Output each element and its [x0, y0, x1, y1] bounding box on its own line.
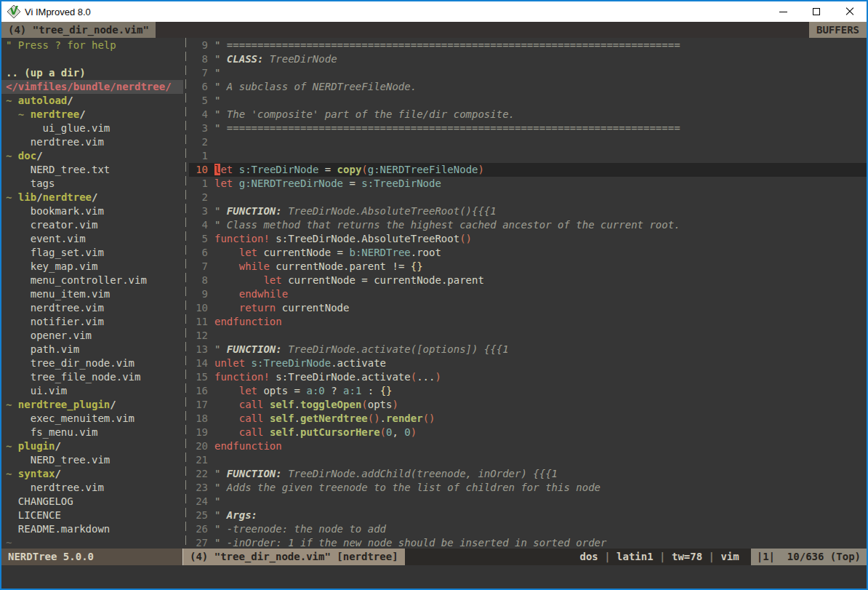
code-line[interactable]: 2: [189, 191, 867, 204]
tree-item[interactable]: event.vim: [1, 232, 183, 246]
code-line[interactable]: 4" The 'composite' part of the file/dir …: [189, 108, 867, 121]
code-line[interactable]: 9" =====================================…: [189, 39, 867, 52]
code-line[interactable]: 1: [189, 149, 867, 163]
tree-item[interactable]: ui.vim: [1, 384, 183, 398]
line-number: 8: [189, 274, 208, 287]
tree-item[interactable]: flag_set.vim: [1, 246, 183, 260]
tree-item[interactable]: [1, 52, 183, 66]
code-line[interactable]: 9 endwhile: [189, 287, 867, 301]
code-line[interactable]: 10 return currentNode: [189, 301, 867, 315]
tree-item[interactable]: fs_menu.vim: [1, 426, 183, 439]
maximize-button[interactable]: [800, 1, 833, 22]
code-line[interactable]: 7": [189, 66, 867, 80]
tree-item[interactable]: ui_glue.vim: [1, 121, 183, 135]
code-line[interactable]: 6" A subclass of NERDTreeFileNode.: [189, 80, 867, 94]
line-number: 16: [189, 384, 208, 398]
code-line[interactable]: 25" Args:: [189, 509, 867, 522]
code-line[interactable]: 8" CLASS: TreeDirNode: [189, 52, 867, 66]
tree-item[interactable]: nerdtree.vim: [1, 301, 183, 315]
main-area: " Press ? for help.. (up a dir)</vimfile…: [1, 38, 867, 549]
tree-item[interactable]: ~: [1, 536, 183, 549]
code-line[interactable]: 13" FUNCTION: TreeDirNode.activate([opti…: [189, 343, 867, 356]
code-line[interactable]: 5function! s:TreeDirNode.AbsoluteTreeRoo…: [189, 232, 867, 246]
tree-item[interactable]: NERD_tree.txt: [1, 163, 183, 177]
tree-item[interactable]: " Press ? for help: [1, 39, 183, 52]
tree-item[interactable]: menu_controller.vim: [1, 274, 183, 287]
code-line[interactable]: 8 let currentNode = currentNode.parent: [189, 274, 867, 287]
tree-item[interactable]: opener.vim: [1, 329, 183, 343]
code-line[interactable]: 26" -treenode: the node to add: [189, 522, 867, 536]
code-line[interactable]: 21: [189, 453, 867, 467]
tree-item[interactable]: .. (up a dir): [1, 66, 183, 80]
line-number: 15: [189, 370, 208, 384]
code-line[interactable]: 23" Adds the given treenode to the list …: [189, 481, 867, 495]
tree-root-item[interactable]: </vimfiles/bundle/nerdtree/: [1, 80, 183, 94]
code-line[interactable]: 5": [189, 94, 867, 108]
line-number: 1: [189, 177, 208, 191]
tree-item[interactable]: ~ plugin/: [1, 439, 183, 453]
code-text: " FUNCTION: TreeDirNode.addChild(treenod…: [214, 467, 558, 481]
code-line[interactable]: 11endfunction: [189, 315, 867, 329]
tree-item[interactable]: ~ lib/nerdtree/: [1, 191, 183, 204]
code-line[interactable]: 20endfunction: [189, 439, 867, 453]
code-line[interactable]: 19 call self.putCursorHere(0, 0): [189, 426, 867, 439]
close-button[interactable]: [833, 1, 867, 22]
line-number: 8: [189, 52, 208, 66]
code-line[interactable]: 3" FUNCTION: TreeDirNode.AbsoluteTreeRoo…: [189, 204, 867, 218]
tab-tree-dir-node[interactable]: (4) "tree_dir_node.vim": [1, 22, 156, 38]
editor-panel[interactable]: 9" =====================================…: [189, 38, 867, 549]
line-number: 6: [189, 80, 208, 94]
code-line[interactable]: 18 call self.getNerdtree().render(): [189, 412, 867, 426]
code-text: call self.toggleOpen(opts): [214, 398, 398, 412]
code-line[interactable]: 12: [189, 329, 867, 343]
code-line[interactable]: 22" FUNCTION: TreeDirNode.addChild(treen…: [189, 467, 867, 481]
code-line[interactable]: 1let g:NERDTreeDirNode = s:TreeDirNode: [189, 177, 867, 191]
vim-logo-icon: [7, 5, 20, 18]
code-line[interactable]: 17 call self.toggleOpen(opts): [189, 398, 867, 412]
command-line[interactable]: [1, 565, 867, 589]
tree-item[interactable]: menu_item.vim: [1, 287, 183, 301]
code-line[interactable]: 27" -inOrder: 1 if the new node should b…: [189, 536, 867, 549]
tree-item[interactable]: ~ syntax/: [1, 467, 183, 481]
tree-item[interactable]: nerdtree.vim: [1, 481, 183, 495]
code-line[interactable]: 14unlet s:TreeDirNode.activate: [189, 356, 867, 370]
tree-item[interactable]: creator.vim: [1, 218, 183, 232]
tree-item[interactable]: tags: [1, 177, 183, 191]
line-number: 12: [189, 329, 208, 343]
code-line[interactable]: 4" Class method that returns the highest…: [189, 218, 867, 232]
tree-item[interactable]: ~ nerdtree/: [1, 108, 183, 121]
code-line-current[interactable]: 10let s:TreeDirNode = copy(g:NERDTreeFil…: [189, 163, 867, 177]
code-line[interactable]: 15function! s:TreeDirNode.activate(...): [189, 370, 867, 384]
tree-item[interactable]: LICENCE: [1, 509, 183, 522]
tree-item[interactable]: notifier.vim: [1, 315, 183, 329]
code-line[interactable]: 7 while currentNode.parent != {}: [189, 260, 867, 274]
tree-item[interactable]: NERD_tree.vim: [1, 453, 183, 467]
minimize-button[interactable]: [766, 1, 800, 22]
code-text: function! s:TreeDirNode.activate(...): [214, 370, 441, 384]
tree-item[interactable]: exec_menuitem.vim: [1, 412, 183, 426]
tree-item[interactable]: bookmark.vim: [1, 204, 183, 218]
tree-item[interactable]: nerdtree.vim: [1, 135, 183, 149]
tree-item[interactable]: ~ nerdtree_plugin/: [1, 398, 183, 412]
code-text: " Adds the given treenode to the list of…: [214, 481, 600, 495]
nerdtree-panel: " Press ? for help.. (up a dir)</vimfile…: [1, 38, 183, 549]
tree-item[interactable]: tree_file_node.vim: [1, 370, 183, 384]
tree-item[interactable]: tree_dir_node.vim: [1, 356, 183, 370]
code-line[interactable]: 2: [189, 135, 867, 149]
ruler-position: |1| 10/636 (Top): [751, 549, 867, 565]
tree-item[interactable]: README.markdown: [1, 522, 183, 536]
code-line[interactable]: 6 let currentNode = b:NERDTree.root: [189, 246, 867, 260]
code-text: call self.putCursorHere(0, 0): [214, 426, 417, 439]
tree-item[interactable]: CHANGELOG: [1, 495, 183, 509]
tab-bar-fill: [156, 22, 809, 38]
tree-item[interactable]: key_map.vim: [1, 260, 183, 274]
tree-item[interactable]: ~ doc/: [1, 149, 183, 163]
tree-item[interactable]: ~ autoload/: [1, 94, 183, 108]
code-line[interactable]: 3" =====================================…: [189, 121, 867, 135]
code-line[interactable]: 24": [189, 495, 867, 509]
main-statusline: (4) "tree_dir_node.vim" [nerdtree] dos |…: [183, 549, 867, 565]
line-number: 5: [189, 232, 208, 246]
line-number: 20: [189, 439, 208, 453]
code-line[interactable]: 16 let opts = a:0 ? a:1 : {}: [189, 384, 867, 398]
tree-item[interactable]: path.vim: [1, 343, 183, 356]
